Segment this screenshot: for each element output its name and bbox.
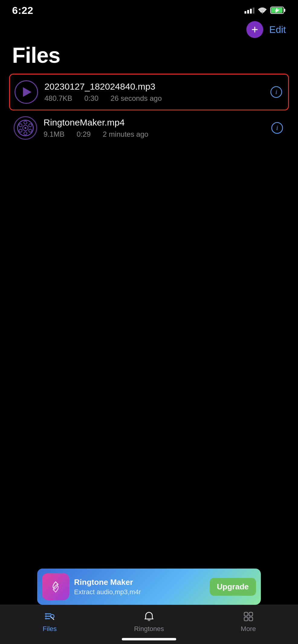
file-duration-2: 0:29 (76, 130, 91, 139)
file-icon-1 (14, 80, 38, 104)
svg-rect-2 (284, 9, 285, 12)
files-tab-icon (43, 610, 56, 623)
file-meta-1: 480.7KB 0:30 26 seconds ago (44, 94, 263, 103)
svg-rect-26 (244, 617, 248, 621)
file-list: 20230127_182024840.mp3 480.7KB 0:30 26 s… (0, 74, 298, 145)
home-indicator (122, 638, 176, 640)
svg-point-11 (19, 124, 22, 127)
ad-app-icon (42, 573, 69, 600)
status-time: 6:22 (12, 5, 33, 16)
tab-ringtones[interactable]: Ringtones (99, 610, 199, 633)
header: path{stroke:#fff;stroke-width:2.5;stroke… (0, 18, 298, 40)
file-icon-2 (13, 116, 37, 140)
svg-point-12 (29, 124, 32, 127)
file-duration-1: 0:30 (84, 94, 99, 103)
tab-ringtones-label: Ringtones (134, 625, 164, 633)
video-reel-icon (14, 116, 37, 140)
file-size-2: 9.1MB (44, 130, 64, 139)
more-tab-icon (242, 610, 255, 623)
svg-point-10 (24, 132, 27, 135)
upgrade-button[interactable]: Upgrade (210, 578, 256, 596)
file-item-2[interactable]: RingtoneMaker.mp4 9.1MB 0:29 2 minutes a… (9, 110, 289, 145)
tab-more[interactable]: More (199, 610, 298, 633)
svg-point-9 (24, 121, 27, 124)
file-meta-2: 9.1MB 0:29 2 minutes ago (44, 130, 264, 139)
file-name-2: RingtoneMaker.mp4 (44, 117, 264, 128)
svg-point-13 (19, 129, 22, 132)
ad-text: Ringtone Maker Extract audio,mp3,m4r (74, 578, 205, 596)
file-timestamp-1: 26 seconds ago (111, 94, 162, 103)
ad-banner[interactable]: Ringtone Maker Extract audio,mp3,m4r Upg… (37, 569, 261, 605)
tab-more-label: More (241, 625, 256, 633)
svg-point-8 (24, 127, 26, 129)
svg-point-14 (29, 129, 32, 132)
file-name-1: 20230127_182024840.mp3 (44, 81, 263, 92)
svg-rect-24 (244, 612, 248, 616)
audio-play-icon (15, 80, 38, 104)
battery-icon (270, 6, 286, 14)
ad-subtitle: Extract audio,mp3,m4r (74, 588, 205, 596)
svg-point-0 (262, 12, 263, 14)
wifi-icon (258, 7, 267, 13)
file-info-1: 20230127_182024840.mp3 480.7KB 0:30 26 s… (44, 81, 263, 103)
add-button[interactable]: path{stroke:#fff;stroke-width:2.5;stroke… (246, 21, 263, 38)
file-item-1[interactable]: 20230127_182024840.mp3 480.7KB 0:30 26 s… (9, 74, 289, 110)
status-bar: 6:22 (0, 0, 298, 18)
page-title: Files (12, 43, 286, 68)
svg-text:i: i (276, 124, 278, 132)
svg-rect-27 (249, 617, 253, 621)
tab-files[interactable]: Files (0, 610, 99, 633)
ad-app-name: Ringtone Maker (74, 578, 205, 587)
signal-icon (245, 7, 254, 14)
file-timestamp-2: 2 minutes ago (103, 130, 148, 139)
info-button-1[interactable]: i (269, 84, 284, 100)
file-info-2: RingtoneMaker.mp4 9.1MB 0:29 2 minutes a… (44, 117, 264, 139)
svg-text:i: i (275, 88, 277, 96)
edit-button[interactable]: Edit (269, 24, 286, 35)
status-icons (245, 6, 286, 14)
ringtones-tab-icon (142, 610, 156, 623)
file-size-1: 480.7KB (44, 94, 72, 103)
tab-files-label: Files (43, 625, 57, 633)
info-button-2[interactable]: i (270, 120, 285, 135)
svg-rect-25 (249, 612, 253, 616)
page-title-container: Files (0, 40, 298, 74)
